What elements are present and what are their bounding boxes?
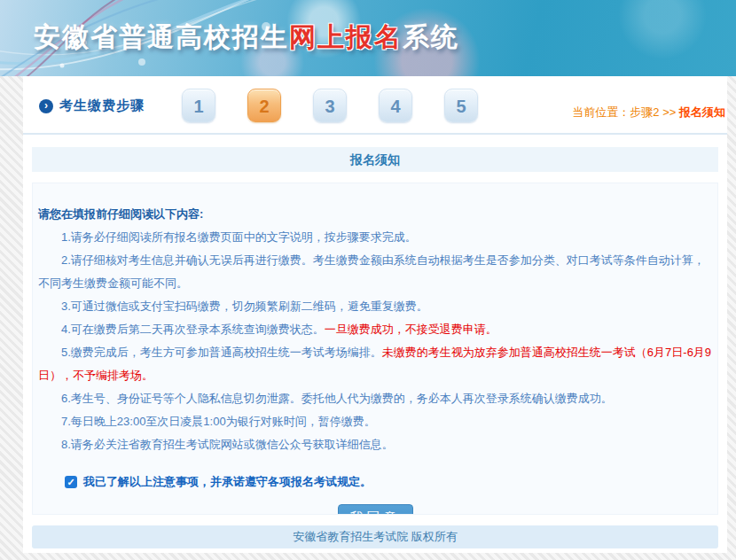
agreement-label: 我已了解以上注意事项，并承诺遵守各项报名考试规定。 bbox=[83, 474, 372, 490]
step-box-2-active: 2 bbox=[247, 89, 281, 122]
button-row: 我同意 bbox=[38, 504, 712, 515]
breadcrumb-current: 报名须知 bbox=[679, 105, 725, 119]
notice-item-3: 3.可通过微信或支付宝扫码缴费，切勿频繁刷新二维码，避免重复缴费。 bbox=[38, 295, 712, 318]
notice-title-bar: 报名须知 bbox=[32, 147, 718, 172]
notice-intro: 请您在填报前仔细阅读以下内容: bbox=[38, 203, 712, 226]
breadcrumb: 当前位置：步骤2 >> 报名须知 bbox=[572, 105, 725, 121]
notice-item-4: 4.可在缴费后第二天再次登录本系统查询缴费状态。一旦缴费成功，不接受退费申请。 bbox=[38, 318, 712, 341]
step-bar: › 考生缴费步骤 12345 当前位置：步骤2 >> 报名须知 bbox=[23, 76, 727, 135]
step-box-4: 4 bbox=[379, 89, 412, 122]
notice-item-1: 1.请务必仔细阅读所有报名缴费页面中的文字说明，按步骤要求完成。 bbox=[38, 226, 712, 249]
step-box-5: 5 bbox=[444, 89, 478, 122]
notice-item-5: 5.缴费完成后，考生方可参加普通高校招生统一考试考场编排。未缴费的考生视为放弃参… bbox=[38, 341, 712, 387]
agree-button[interactable]: 我同意 bbox=[338, 504, 413, 515]
notice-list: 1.请务必仔细阅读所有报名缴费页面中的文字说明，按步骤要求完成。2.请仔细核对考… bbox=[38, 226, 712, 456]
notice-item-8: 8.请务必关注省教育招生考试院网站或微信公众号获取详细信息。 bbox=[38, 433, 712, 456]
agreement-checkbox[interactable]: ✓ bbox=[65, 476, 77, 488]
step-box-3: 3 bbox=[313, 89, 347, 122]
footer-bar: 安徽省教育招生考试院 版权所有 bbox=[32, 525, 718, 548]
app-title-suffix: 系统 bbox=[403, 22, 459, 51]
header-banner: 安徽省普通高校招生网上报名系统 bbox=[0, 0, 736, 76]
app-title-highlight: 网上报名 bbox=[289, 22, 403, 51]
notice-item-7: 7.每日晚上23:00至次日凌晨1:00为银行对账时间，暂停缴费。 bbox=[38, 410, 712, 433]
agreement-row: ✓ 我已了解以上注意事项，并承诺遵守各项报名考试规定。 bbox=[65, 474, 712, 490]
app-title-prefix: 安徽省普通高校招生 bbox=[34, 22, 289, 51]
step-label-wrap: › 考生缴费步骤 bbox=[39, 97, 145, 114]
notice-item-2: 2.请仔细核对考生信息并确认无误后再进行缴费。考生缴费金额由系统自动根据考生是否… bbox=[38, 249, 712, 295]
step-indicator: 12345 bbox=[182, 89, 478, 122]
main-container: › 考生缴费步骤 12345 当前位置：步骤2 >> 报名须知 报名须知 请您在… bbox=[23, 76, 727, 553]
footer-copyright: 安徽省教育招生考试院 版权所有 bbox=[293, 530, 458, 543]
step-bar-title: 考生缴费步骤 bbox=[59, 97, 145, 114]
breadcrumb-prefix: 当前位置：步骤2 >> bbox=[572, 105, 679, 119]
app-title: 安徽省普通高校招生网上报名系统 bbox=[34, 19, 459, 56]
step-box-1: 1 bbox=[182, 89, 215, 122]
notice-box: 请您在填报前仔细阅读以下内容: 1.请务必仔细阅读所有报名缴费页面中的文字说明，… bbox=[32, 183, 718, 515]
notice-item-6: 6.考生号、身份证号等个人隐私信息切勿泄露。委托他人代为缴费的，务必本人再次登录… bbox=[38, 387, 712, 410]
notice-title: 报名须知 bbox=[350, 152, 400, 167]
arrow-circle-icon: › bbox=[39, 99, 53, 113]
